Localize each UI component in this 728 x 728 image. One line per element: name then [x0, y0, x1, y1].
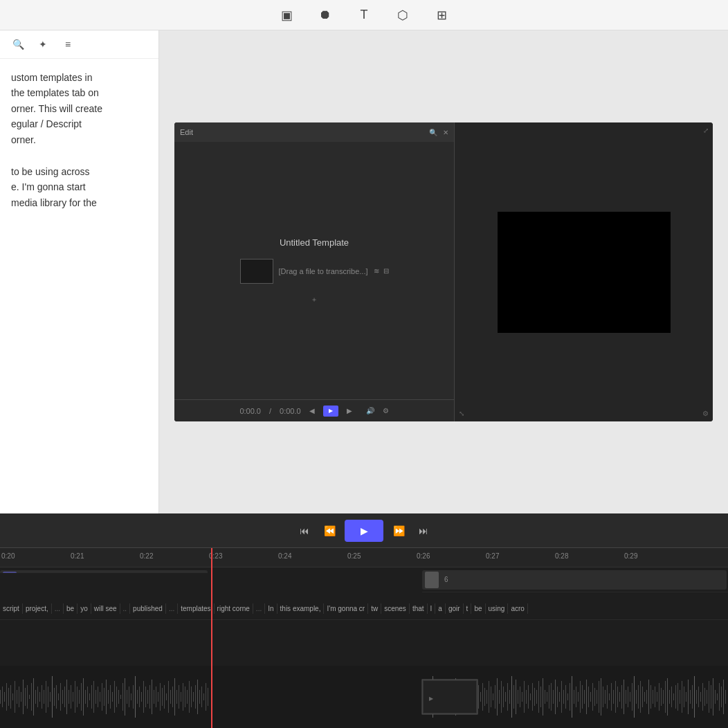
- search-icon[interactable]: 🔍: [11, 37, 25, 51]
- svg-rect-60: [125, 678, 125, 716]
- word-t: t: [464, 603, 472, 614]
- text-icon[interactable]: T: [356, 7, 372, 24]
- svg-rect-21: [44, 690, 44, 704]
- list-icon[interactable]: ≡: [61, 37, 75, 51]
- svg-rect-191: [609, 693, 610, 700]
- projects-icon[interactable]: ▣: [278, 7, 295, 24]
- svg-rect-156: [536, 690, 537, 704]
- grid-icon[interactable]: ⊞: [433, 7, 450, 24]
- word-tw: tw: [368, 603, 381, 614]
- svg-rect-41: [85, 690, 86, 704]
- svg-rect-216: [661, 688, 662, 706]
- svg-rect-171: [567, 693, 568, 700]
- svg-rect-170: [565, 685, 566, 709]
- svg-rect-197: [621, 685, 622, 709]
- svg-rect-80: [166, 693, 167, 700]
- svg-rect-31: [64, 686, 65, 707]
- play-button[interactable]: ▶: [345, 520, 383, 542]
- play-small-button[interactable]: [323, 406, 338, 417]
- word-yo: yo: [78, 603, 91, 614]
- svg-rect-11: [23, 680, 24, 714]
- sidebar-paragraph-2: to be using across e. I'm gonna start me…: [11, 164, 147, 210]
- svg-rect-236: [702, 683, 703, 711]
- prev-frame-icon[interactable]: ◀: [309, 407, 315, 415]
- svg-rect-221: [671, 686, 672, 707]
- fullscreen-icon[interactable]: ⤡: [459, 410, 464, 417]
- svg-rect-18: [37, 686, 38, 707]
- search-small-icon[interactable]: 🔍: [429, 129, 437, 136]
- svg-rect-199: [626, 690, 626, 704]
- svg-rect-217: [663, 690, 664, 704]
- drop-text: [Drag a file to transcribe...]: [279, 267, 368, 275]
- svg-rect-44: [91, 685, 92, 709]
- svg-rect-247: [725, 690, 726, 704]
- settings-small-icon[interactable]: ⚙: [383, 407, 389, 415]
- svg-rect-228: [686, 692, 686, 702]
- svg-rect-203: [634, 676, 635, 718]
- svg-rect-215: [659, 683, 659, 711]
- clip-block-6[interactable]: 6: [422, 570, 727, 590]
- sidebar-paragraph-1: ustom templates in the templates tab on …: [11, 70, 147, 147]
- svg-rect-40: [83, 678, 84, 716]
- sidebar-toolbar: 🔍 ✦ ≡: [0, 30, 158, 59]
- svg-rect-229: [688, 680, 689, 714]
- svg-rect-36: [75, 681, 75, 713]
- timeline-area: ⏮ ⏪ ▶ ⏩ ⏭ 0:20 0:21 0:22 0:23 0:24 0:25 …: [0, 513, 728, 728]
- svg-rect-234: [698, 686, 699, 707]
- svg-rect-145: [513, 685, 514, 709]
- svg-rect-96: [199, 690, 200, 704]
- record-icon[interactable]: ⏺: [317, 7, 334, 24]
- add-icon[interactable]: ＋: [311, 295, 318, 303]
- svg-rect-201: [630, 692, 630, 702]
- word-a: a: [435, 603, 446, 614]
- svg-rect-226: [682, 681, 682, 713]
- svg-rect-46: [95, 690, 96, 704]
- word-acro: acro: [508, 603, 527, 614]
- svg-rect-132: [486, 690, 487, 704]
- svg-rect-139: [501, 681, 502, 713]
- svg-rect-212: [653, 690, 653, 704]
- svg-rect-88: [183, 683, 183, 711]
- skip-back-button[interactable]: ⏮: [295, 521, 314, 540]
- settings-icon[interactable]: ⚙: [702, 410, 709, 417]
- svg-rect-213: [655, 686, 655, 707]
- svg-rect-22: [46, 681, 46, 713]
- svg-rect-160: [545, 690, 545, 704]
- svg-rect-24: [50, 692, 51, 702]
- svg-rect-232: [694, 676, 695, 718]
- svg-rect-144: [511, 676, 512, 718]
- shapes-icon[interactable]: ⬡: [394, 7, 411, 24]
- step-forward-button[interactable]: ⏩: [389, 521, 408, 540]
- svg-rect-155: [534, 688, 535, 706]
- svg-rect-237: [704, 688, 705, 706]
- svg-rect-181: [588, 686, 589, 707]
- time-start: 0:00.0: [239, 407, 261, 415]
- svg-rect-72: [149, 685, 150, 709]
- skip-forward-button[interactable]: ⏭: [414, 521, 433, 540]
- step-back-button[interactable]: ⏪: [320, 521, 339, 540]
- svg-rect-220: [669, 690, 670, 704]
- svg-rect-205: [638, 685, 639, 709]
- svg-rect-151: [526, 690, 527, 704]
- next-frame-icon[interactable]: ▶: [347, 407, 352, 415]
- close-small-icon[interactable]: ✕: [443, 129, 448, 136]
- svg-rect-152: [528, 685, 529, 709]
- svg-rect-211: [650, 685, 651, 709]
- svg-rect-98: [203, 693, 204, 700]
- svg-rect-208: [644, 692, 645, 702]
- svg-rect-161: [547, 692, 547, 702]
- svg-rect-47: [98, 686, 98, 707]
- ai-icon[interactable]: ✦: [36, 37, 50, 51]
- svg-rect-59: [122, 683, 123, 711]
- waveform-track: ▶: [0, 666, 728, 728]
- word-dotdot: ..: [120, 603, 131, 614]
- svg-rect-153: [530, 693, 531, 700]
- svg-rect-69: [143, 681, 144, 713]
- volume-icon[interactable]: 🔊: [366, 407, 374, 415]
- svg-rect-129: [480, 692, 481, 702]
- svg-rect-82: [170, 690, 171, 704]
- word-this-example: this example,: [277, 603, 325, 614]
- svg-rect-219: [667, 678, 668, 716]
- svg-rect-244: [719, 683, 720, 711]
- expand-icon[interactable]: ⤢: [703, 127, 709, 134]
